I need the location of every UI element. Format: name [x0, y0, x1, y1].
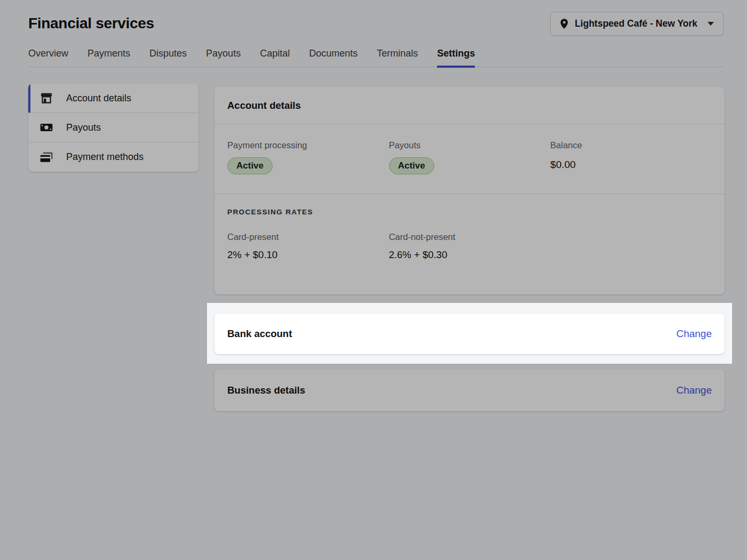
payment-processing-label: Payment processing — [227, 140, 389, 150]
payment-processing-status-badge: Active — [227, 157, 273, 174]
processing-rates-heading: PROCESSING RATES — [227, 208, 712, 216]
payouts-label: Payouts — [389, 140, 551, 150]
account-details-card: Account details Payment processing Activ… — [214, 87, 725, 294]
account-details-card-title: Account details — [214, 87, 725, 124]
card-not-present-value: 2.6% + $0.30 — [389, 249, 551, 261]
sidebar-item-account-details[interactable]: Account details — [28, 84, 198, 113]
payouts-status-badge: Active — [389, 157, 434, 174]
sidebar-item-label: Account details — [66, 93, 131, 104]
page-title: Financial services — [28, 15, 154, 32]
tab-settings[interactable]: Settings — [437, 48, 475, 67]
credit-card-icon — [39, 150, 53, 164]
bank-account-card-title: Bank account — [227, 328, 292, 340]
tab-disputes[interactable]: Disputes — [149, 48, 187, 67]
business-details-card-title: Business details — [227, 385, 305, 396]
storefront-icon — [39, 91, 53, 105]
location-selector-label: Lightspeed Café - New York — [575, 18, 697, 29]
tab-payments[interactable]: Payments — [88, 48, 130, 67]
payouts-status: Payouts Active — [389, 140, 551, 174]
business-details-change-link[interactable]: Change — [676, 385, 712, 396]
sidebar-item-payment-methods[interactable]: Payment methods — [28, 142, 198, 172]
bank-account-card: Bank account Change — [214, 314, 725, 354]
banknote-icon — [39, 121, 53, 134]
processing-rates-section: PROCESSING RATES Card-present 2% + $0.10… — [214, 194, 725, 275]
balance-label: Balance — [550, 140, 712, 150]
card-present-label: Card-present — [227, 232, 389, 242]
payment-processing-status: Payment processing Active — [227, 140, 389, 174]
bank-account-change-link[interactable]: Change — [676, 328, 712, 340]
tab-documents[interactable]: Documents — [309, 48, 357, 67]
business-details-card: Business details Change — [214, 370, 725, 411]
account-status-section: Payment processing Active Payouts Active… — [214, 124, 725, 194]
card-present-value: 2% + $0.10 — [227, 249, 389, 261]
card-present-rate: Card-present 2% + $0.10 — [227, 232, 389, 261]
card-not-present-rate: Card-not-present 2.6% + $0.30 — [389, 232, 551, 261]
sidebar-item-label: Payment methods — [66, 151, 144, 163]
sidebar-item-payouts[interactable]: Payouts — [28, 113, 198, 142]
main-tab-bar: Overview Payments Disputes Payouts Capit… — [28, 48, 724, 67]
settings-sidebar: Account details Payouts Payment methods — [28, 84, 198, 172]
card-not-present-label: Card-not-present — [389, 232, 551, 242]
location-selector-button[interactable]: Lightspeed Café - New York — [550, 12, 724, 36]
tab-overview[interactable]: Overview — [28, 48, 68, 67]
tab-terminals[interactable]: Terminals — [377, 48, 418, 67]
sidebar-item-label: Payouts — [66, 122, 101, 133]
location-pin-icon — [560, 18, 569, 29]
tab-payouts[interactable]: Payouts — [206, 48, 241, 67]
chevron-down-icon — [708, 22, 714, 26]
tab-capital[interactable]: Capital — [260, 48, 290, 67]
balance-field: Balance $0.00 — [550, 140, 712, 174]
balance-value: $0.00 — [550, 157, 712, 171]
